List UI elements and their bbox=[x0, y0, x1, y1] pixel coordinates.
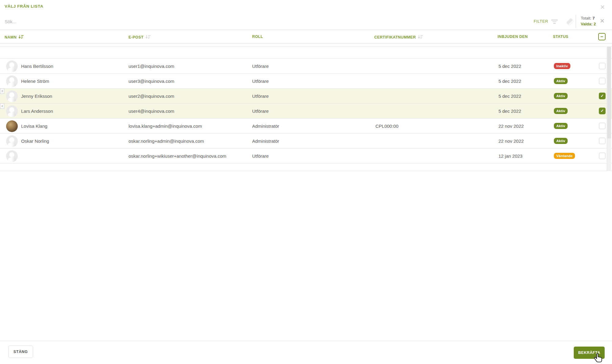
vertical-scrollbar[interactable] bbox=[607, 47, 611, 171]
sort-icon[interactable] bbox=[418, 35, 423, 39]
status-badge: Inaktiv bbox=[554, 63, 570, 69]
invited-date: 5 dec 2022 bbox=[498, 108, 521, 114]
user-email: lovisa.klang+admin@inquinova.com bbox=[129, 123, 202, 129]
row-checkbox[interactable] bbox=[599, 78, 606, 84]
column-header-status[interactable]: STATUS bbox=[553, 35, 569, 39]
row-checkbox[interactable] bbox=[599, 153, 606, 159]
table-row[interactable]: Helene Ström user3@inquinova.com Utförar… bbox=[0, 74, 612, 89]
table-row[interactable]: 4 Lars Andersson user4@inquinova.com Utf… bbox=[0, 104, 612, 119]
row-checkbox[interactable] bbox=[599, 123, 606, 129]
filter-lines-icon[interactable] bbox=[551, 19, 558, 24]
status-badge: Aktiv bbox=[554, 78, 568, 84]
status-badge: Aktiv bbox=[554, 138, 568, 144]
confirm-button[interactable]: BEKRÄFTA bbox=[574, 347, 605, 359]
user-name: Lovisa Klang bbox=[21, 123, 47, 129]
avatar bbox=[6, 90, 18, 102]
avatar bbox=[6, 135, 18, 147]
total-count: Totalt: 7 bbox=[581, 15, 596, 21]
status-badge: Väntande bbox=[554, 153, 575, 159]
user-email: user2@inquinova.com bbox=[129, 94, 174, 99]
row-checkbox[interactable] bbox=[599, 63, 606, 69]
user-email: oskar.norling+admin@inquinova.com bbox=[129, 138, 204, 144]
user-name: Jenny Eriksson bbox=[21, 94, 52, 99]
sort-icon[interactable] bbox=[145, 35, 151, 39]
user-role: Administratör bbox=[252, 138, 279, 144]
avatar bbox=[6, 61, 18, 72]
row-order-marker: 4 bbox=[0, 103, 4, 109]
user-certificate: CPL000:00 bbox=[375, 123, 398, 129]
row-checkbox[interactable]: ✓ bbox=[599, 108, 606, 114]
user-role: Utförare bbox=[252, 79, 269, 84]
table-row[interactable]: oskar.norling+wikiuser+another@inquinova… bbox=[0, 149, 612, 164]
filter-button[interactable]: FILTER bbox=[534, 19, 548, 24]
status-badge: Aktiv bbox=[554, 123, 568, 129]
row-order-marker: 3 bbox=[0, 88, 4, 94]
user-email: user1@inquinova.com bbox=[129, 64, 174, 69]
table-row[interactable]: Hans Bertilsson user1@inquinova.com Utfö… bbox=[0, 59, 612, 74]
selected-count: Valda: 2 bbox=[581, 21, 596, 27]
table-row[interactable]: Oskar Norling oskar.norling+admin@inquin… bbox=[0, 134, 612, 149]
sort-desc-icon[interactable] bbox=[18, 35, 24, 39]
user-email: user3@inquinova.com bbox=[129, 79, 174, 84]
invited-date: 5 dec 2022 bbox=[498, 79, 521, 84]
table-row[interactable]: 3 Jenny Eriksson user2@inquinova.com Utf… bbox=[0, 89, 612, 104]
user-name: Hans Bertilsson bbox=[21, 64, 53, 69]
scrollbar-thumb[interactable] bbox=[607, 47, 611, 138]
column-header-certifikatnummer[interactable]: CERTIFIKATNUMMER bbox=[374, 35, 423, 39]
row-checkbox[interactable] bbox=[599, 138, 606, 144]
avatar bbox=[6, 105, 18, 117]
close-icon[interactable]: ✕ bbox=[599, 3, 606, 11]
user-role: Administratör bbox=[252, 123, 279, 129]
user-role: Utförare bbox=[252, 64, 269, 69]
toolbar: FILTER Totalt: 7 Valda: 2 ✕ bbox=[0, 13, 612, 30]
selection-totals: Totalt: 7 Valda: 2 bbox=[581, 15, 596, 27]
column-header-namn[interactable]: NAMN bbox=[5, 35, 24, 39]
column-header-inbjuden-den[interactable]: INBJUDEN DEN bbox=[498, 35, 528, 39]
invited-date: 22 nov 2022 bbox=[498, 123, 524, 129]
status-badge: Aktiv bbox=[554, 108, 568, 114]
spacer-row bbox=[0, 47, 612, 59]
header-under-strip bbox=[0, 44, 612, 47]
avatar bbox=[6, 150, 18, 162]
invited-date: 5 dec 2022 bbox=[498, 64, 521, 69]
user-email: oskar.norling+wikiuser+another@inquinova… bbox=[129, 153, 226, 159]
totals-divider bbox=[576, 15, 576, 28]
clear-selection-x-icon[interactable]: ✕ bbox=[598, 17, 606, 25]
column-header-roll[interactable]: ROLL bbox=[252, 35, 263, 39]
user-email: user4@inquinova.com bbox=[129, 108, 174, 114]
user-name: Oskar Norling bbox=[21, 138, 49, 144]
table-row[interactable]: Lovisa Klang lovisa.klang+admin@inquinov… bbox=[0, 119, 612, 134]
select-all-checkbox[interactable]: – bbox=[598, 33, 606, 40]
invited-date: 12 jan 2023 bbox=[498, 153, 522, 159]
eraser-icon[interactable] bbox=[566, 18, 574, 26]
avatar bbox=[6, 120, 18, 132]
user-role: Utförare bbox=[252, 94, 269, 99]
user-name: Helene Ström bbox=[21, 79, 49, 84]
modal-footer: STÄNG BEKRÄFTA bbox=[0, 341, 612, 364]
list-tail-strip bbox=[0, 164, 612, 171]
status-badge: Aktiv bbox=[554, 93, 568, 99]
avatar bbox=[6, 75, 18, 87]
user-list: Hans Bertilsson user1@inquinova.com Utfö… bbox=[0, 47, 612, 171]
column-header-epost[interactable]: E-POST bbox=[129, 35, 151, 39]
modal-title-bar: VÄLJ FRÅN LISTA ✕ bbox=[0, 0, 612, 13]
user-role: Utförare bbox=[252, 153, 269, 159]
table-header: NAMN E-POST ROLL CERTIFIKATNUMMER INBJUD… bbox=[0, 30, 612, 44]
user-name: Lars Andersson bbox=[21, 108, 53, 114]
page-title: VÄLJ FRÅN LISTA bbox=[5, 4, 43, 9]
invited-date: 5 dec 2022 bbox=[498, 94, 521, 99]
search-input[interactable] bbox=[5, 17, 494, 26]
user-role: Utförare bbox=[252, 108, 269, 114]
close-button[interactable]: STÄNG bbox=[8, 345, 33, 358]
invited-date: 22 nov 2022 bbox=[498, 138, 524, 144]
row-checkbox[interactable]: ✓ bbox=[599, 93, 606, 99]
